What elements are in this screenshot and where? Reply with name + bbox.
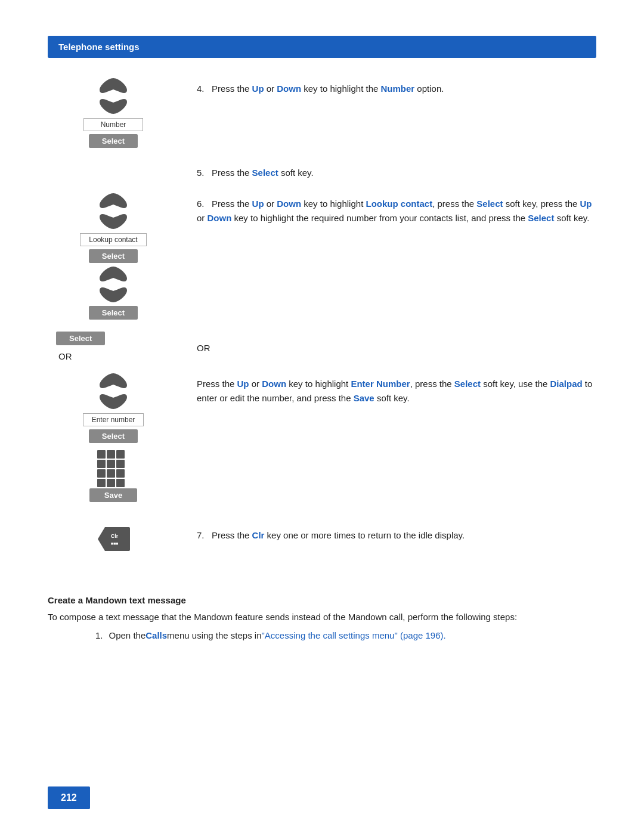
select-btn-4: Select [89, 134, 138, 148]
dialpad-dot [116, 450, 125, 459]
step-7-text: 7. Press the Clr key one or more times t… [197, 522, 596, 543]
screen-number: Number [83, 118, 143, 131]
content-area: Number Select 4. Press the Up or Down ke… [48, 76, 596, 645]
dialpad-dot [107, 469, 115, 478]
svg-text:■■■: ■■■ [111, 541, 119, 546]
step-6-icons: Lookup contact Select Select [48, 191, 179, 321]
or-row: Select OR OR [48, 332, 596, 365]
mandown-sub-list: 1. Open the Calls menu using the steps i… [95, 630, 596, 640]
step-6-number: 6. [197, 199, 209, 209]
dialpad-dot [107, 479, 115, 487]
mandown-section: Create a Mandown text message To compose… [48, 581, 596, 645]
mandown-heading: Create a Mandown text message [48, 595, 596, 605]
or-section-row: Enter number Select Save [48, 371, 596, 503]
select-btn-6b: Select [89, 306, 138, 320]
select-btn-6a: Select [89, 249, 138, 263]
screen-enter-number: Enter number [83, 413, 144, 426]
step-7-icons: Clr ■■■ [48, 522, 179, 556]
screen-lookup: Lookup contact [80, 233, 146, 246]
select-btn-or-enter: Select [89, 429, 138, 443]
dialpad-dot [97, 469, 106, 478]
dialpad-dot [116, 469, 125, 478]
svg-text:Clr: Clr [111, 533, 119, 539]
or-text: OR [197, 341, 596, 355]
mandown-body: To compose a text message that the Mando… [48, 610, 596, 624]
up-key-or [97, 372, 129, 390]
calls-link: "Accessing the call settings menu" (page… [262, 630, 446, 640]
or-label-right: OR [197, 343, 210, 353]
down-key-4 [97, 97, 129, 115]
step-5-row: 5. Press the Select soft key. [48, 160, 596, 180]
step-4-text: 4. Press the Up or Down key to highlight… [197, 76, 596, 96]
or-section-text: Press the Up or Down key to highlight En… [197, 371, 596, 405]
dialpad-dot [107, 460, 115, 468]
step-4-number: 4. [197, 83, 209, 94]
page-container: Telephone settings Number Select [0, 0, 644, 833]
save-btn: Save [89, 488, 137, 502]
mandown-step-1-number: 1. [95, 630, 103, 640]
header-title: Telephone settings [58, 42, 140, 52]
down-key-or [97, 392, 129, 410]
up-key-6 [97, 192, 129, 210]
up-key-4 [97, 77, 129, 95]
step-5-text: 5. Press the Select soft key. [197, 160, 596, 180]
or-label: OR [58, 351, 72, 361]
down-key-6 [97, 212, 129, 230]
step-7-row: Clr ■■■ 7. Press the Clr key one or more… [48, 522, 596, 556]
or-left-col: Select OR [48, 332, 179, 365]
step-5-number: 5. [197, 168, 209, 178]
page-number: 212 [48, 786, 90, 809]
clr-key-icon: Clr ■■■ [95, 525, 131, 553]
step-6-row: Lookup contact Select Select 6. Press [48, 191, 596, 321]
step-7-number: 7. [197, 530, 209, 540]
step-6-text: 6. Press the Up or Down key to highlight… [197, 191, 596, 225]
up-key-6b [97, 265, 129, 283]
dialpad-dot [116, 460, 125, 468]
dialpad-dot [97, 460, 106, 468]
dialpad-dot [97, 450, 106, 459]
dialpad-dot [107, 450, 115, 459]
header-bar: Telephone settings [48, 36, 596, 58]
dialpad-icon [97, 450, 129, 482]
mandown-step-1: 1. Open the Calls menu using the steps i… [95, 630, 596, 640]
dialpad-dot [97, 479, 106, 487]
clr-key-container: Clr ■■■ [95, 525, 131, 553]
select-btn-or: Select [56, 332, 105, 345]
down-key-6b [97, 286, 129, 304]
step-4-row: Number Select 4. Press the Up or Down ke… [48, 76, 596, 149]
step-4-icons: Number Select [48, 76, 179, 149]
or-section-icons: Enter number Select Save [48, 371, 179, 503]
dialpad-dot [116, 479, 125, 487]
